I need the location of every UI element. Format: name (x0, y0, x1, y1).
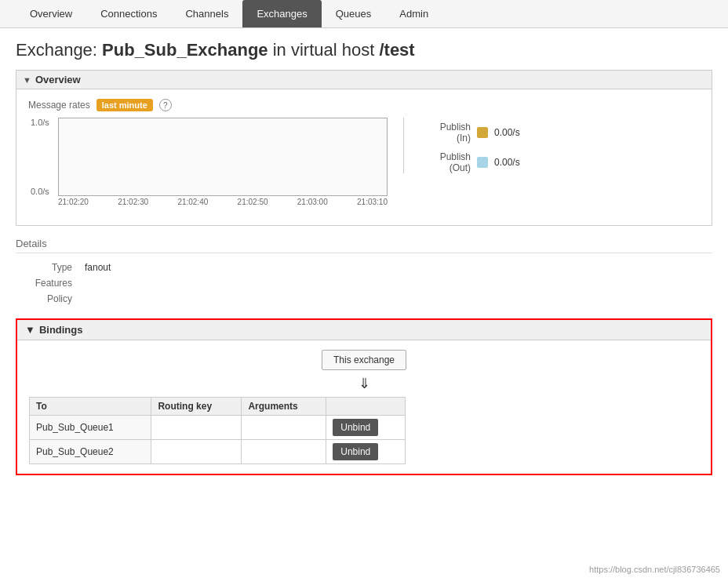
chart-y-top: 1.0/s (31, 118, 49, 127)
nav-queues[interactable]: Queues (322, 0, 386, 27)
bindings-table-header-row: To Routing key Arguments (30, 398, 406, 416)
nav-exchanges[interactable]: Exchanges (242, 0, 321, 27)
overview-arrow: ▼ (23, 75, 31, 85)
down-arrow: ⇓ (29, 375, 699, 392)
message-rates-label: Message rates (28, 100, 90, 111)
this-exchange-button[interactable]: This exchange (322, 350, 406, 370)
top-navigation: Overview Connections Channels Exchanges … (0, 0, 728, 28)
publish-out-color (477, 157, 488, 168)
details-type-value: fanout (78, 260, 712, 275)
details-features-value (78, 275, 712, 291)
chart-wrapper: 1.0/s 0.0/s (58, 118, 388, 196)
publish-out-value: 0.00/s (494, 157, 520, 168)
chart-area: 1.0/s 0.0/s 21:02:20 21:02:30 21:02:40 2… (28, 118, 700, 206)
overview-section: ▼ Overview Message rates last minute ? 1… (16, 70, 712, 226)
details-features-key: Features (16, 275, 78, 291)
overview-header[interactable]: ▼ Overview (16, 70, 712, 89)
publish-in-label: Publish (In) (416, 122, 471, 144)
chart-x-labels: 21:02:20 21:02:30 21:02:40 21:02:50 21:0… (58, 198, 388, 206)
details-policy-key: Policy (16, 291, 78, 307)
queue-name-0: Pub_Sub_Queue1 (30, 416, 151, 440)
routing-key-1 (151, 440, 242, 464)
details-row-features: Features (16, 275, 712, 291)
vhost: /test (379, 40, 414, 60)
legend-item-publish-out: Publish (Out) 0.00/s (416, 151, 520, 173)
chart-y-bottom: 0.0/s (31, 187, 49, 196)
publish-in-color (477, 127, 488, 138)
x-label-2: 21:02:40 (177, 198, 208, 206)
nav-connections[interactable]: Connections (86, 0, 171, 27)
bindings-arrow: ▼ (25, 324, 35, 336)
main-content: Exchange: Pub_Sub_Exchange in virtual ho… (0, 28, 728, 495)
x-label-5: 21:03:10 (357, 198, 388, 206)
queue-name-1: Pub_Sub_Queue2 (30, 440, 151, 464)
unbind-button-0[interactable]: Unbind (333, 419, 378, 436)
unbind-cell-0: Unbind (326, 416, 406, 440)
x-label-3: 21:02:50 (238, 198, 268, 206)
title-middle: in virtual host (268, 40, 380, 60)
unbind-cell-1: Unbind (326, 440, 406, 464)
chart-container: 1.0/s 0.0/s 21:02:20 21:02:30 21:02:40 2… (28, 118, 388, 206)
bindings-label: Bindings (39, 324, 83, 336)
chart-box (58, 118, 388, 196)
publish-out-label: Publish (Out) (416, 151, 471, 173)
details-policy-value (78, 291, 712, 307)
x-label-1: 21:02:30 (118, 198, 148, 206)
details-title: Details (16, 238, 712, 253)
overview-label: Overview (35, 74, 81, 85)
nav-overview[interactable]: Overview (16, 0, 86, 27)
legend-item-publish-in: Publish (In) 0.00/s (416, 122, 520, 144)
details-type-key: Type (16, 260, 78, 275)
details-section: Details Type fanout Features Policy (16, 238, 712, 307)
details-table: Type fanout Features Policy (16, 260, 712, 307)
overview-content: Message rates last minute ? 1.0/s 0.0/s … (16, 89, 712, 226)
unbind-button-1[interactable]: Unbind (333, 443, 378, 460)
details-row-policy: Policy (16, 291, 712, 307)
col-action (326, 398, 406, 416)
x-label-0: 21:02:20 (58, 198, 89, 206)
arguments-1 (242, 440, 326, 464)
col-to: To (30, 398, 151, 416)
bindings-content: This exchange ⇓ To Routing key Arguments… (17, 340, 711, 474)
bindings-section: ▼ Bindings This exchange ⇓ To Routing ke… (16, 318, 712, 475)
routing-key-0 (151, 416, 242, 440)
chart-legend: Publish (In) 0.00/s Publish (Out) 0.00/s (416, 118, 520, 173)
title-prefix: Exchange: (16, 40, 102, 60)
details-row-type: Type fanout (16, 260, 712, 275)
page-title: Exchange: Pub_Sub_Exchange in virtual ho… (16, 40, 712, 60)
arguments-0 (242, 416, 326, 440)
col-arguments: Arguments (242, 398, 326, 416)
bindings-header[interactable]: ▼ Bindings (17, 320, 711, 340)
publish-in-value: 0.00/s (494, 127, 520, 138)
exchange-name: Pub_Sub_Exchange (102, 40, 268, 60)
x-label-4: 21:03:00 (297, 198, 328, 206)
nav-admin[interactable]: Admin (385, 0, 442, 27)
bindings-table: To Routing key Arguments Pub_Sub_Queue1 … (29, 397, 406, 464)
last-minute-badge[interactable]: last minute (96, 99, 153, 111)
col-routing-key: Routing key (151, 398, 242, 416)
nav-channels[interactable]: Channels (171, 0, 242, 27)
binding-row-1: Pub_Sub_Queue2 Unbind (30, 440, 406, 464)
binding-row-0: Pub_Sub_Queue1 Unbind (30, 416, 406, 440)
message-rates-row: Message rates last minute ? (28, 99, 700, 111)
help-icon[interactable]: ? (159, 99, 172, 111)
